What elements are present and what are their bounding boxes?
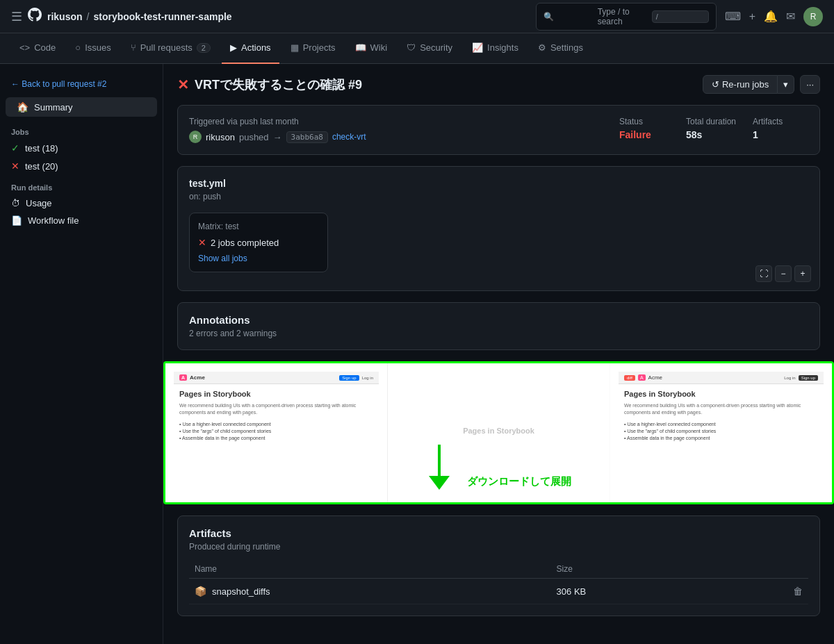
file-icon: 📄 xyxy=(11,215,22,226)
pushed-text: pushed xyxy=(239,132,269,142)
pr-badge: 2 xyxy=(197,43,211,53)
menu-icon[interactable]: ☰ xyxy=(11,9,22,24)
annotations-title: Annotations xyxy=(189,314,808,326)
sb-nav-actions-left: Sign up Log in xyxy=(339,375,373,381)
artifact-name[interactable]: snapshot_diffs xyxy=(212,586,270,597)
diagram-controls: ⛶ − + xyxy=(755,265,811,282)
workflow-diagram: test.yml on: push Matrix: test ✕ 2 jobs … xyxy=(177,166,820,291)
screenshot-container: A Acme Sign up Log in Pages in Storybook… xyxy=(163,361,834,504)
tab-insights[interactable]: 📈 Insights xyxy=(464,33,527,64)
workflow-file-label: Workflow file xyxy=(28,215,79,226)
sidebar-item-usage[interactable]: ⏱ Usage xyxy=(0,195,163,212)
zoom-out-button[interactable]: − xyxy=(775,265,792,282)
workflow-file-name: test.yml xyxy=(189,178,808,189)
artifacts-card: Artifacts Produced during runtime Name S… xyxy=(177,515,820,616)
tab-wiki[interactable]: 📖 Wiki xyxy=(347,33,396,64)
artifact-delete-cell: 🗑 xyxy=(721,579,808,604)
artifacts-count: 1 xyxy=(753,129,808,140)
zoom-in-button[interactable]: + xyxy=(794,265,811,282)
search-bar[interactable]: 🔍 Type / to search / xyxy=(536,3,717,31)
show-all-jobs-link[interactable]: Show all jobs xyxy=(198,254,319,263)
artifact-name-row: 📦 snapshot_diffs xyxy=(195,586,546,597)
workflow-title-row: ✕ VRTで失敗することの確認 #9 xyxy=(177,76,362,93)
info-card: Triggered via push last month R rikuson … xyxy=(177,105,820,155)
wiki-icon: 📖 xyxy=(355,42,366,53)
inbox-icon[interactable]: ✉ xyxy=(786,10,795,23)
sb-title-left: Pages in Storybook xyxy=(179,390,373,398)
green-arrow-svg xyxy=(418,445,460,493)
tab-code[interactable]: <> Code xyxy=(11,33,64,64)
sidebar-item-job1[interactable]: ✓ test (18) xyxy=(0,139,163,157)
rerun-jobs-button[interactable]: ↺ Re-run jobs xyxy=(703,75,778,94)
jobs-count: ✕ 2 jobs completed xyxy=(198,237,319,248)
plus-icon[interactable]: + xyxy=(749,10,755,23)
artifacts-label: Artifacts xyxy=(753,117,808,126)
artifacts-title: Artifacts xyxy=(189,527,808,539)
terminal-icon[interactable]: ⌨ xyxy=(725,10,741,23)
matrix-fail-icon: ✕ xyxy=(198,237,206,248)
storybook-right-panel: diff A Acme Log in Sign up Pages in Stor… xyxy=(610,363,832,502)
search-shortcut: / xyxy=(652,10,709,23)
tab-pull-requests[interactable]: ⑂ Pull requests 2 xyxy=(122,33,219,64)
tab-issues[interactable]: ○ Issues xyxy=(67,33,119,64)
notification-icon[interactable]: 🔔 xyxy=(764,10,778,23)
sb-title-center: Pages in Storybook xyxy=(463,427,534,435)
login-btn-right: Log in xyxy=(784,376,795,380)
top-navigation: ☰ rikuson / storybook-test-runner-sample… xyxy=(0,0,834,33)
delete-artifact-button[interactable]: 🗑 xyxy=(793,586,803,597)
workflow-on: on: push xyxy=(189,192,808,201)
tab-actions[interactable]: ▶ Actions xyxy=(222,33,279,64)
code-icon: <> xyxy=(19,42,30,53)
breadcrumb: rikuson / storybook-test-runner-sample xyxy=(47,11,232,22)
github-logo[interactable] xyxy=(28,8,42,25)
col-name: Name xyxy=(189,560,551,579)
jobs-section-label: Jobs xyxy=(0,122,163,139)
info-card-top: Triggered via push last month R rikuson … xyxy=(189,117,808,143)
sb-content-right: Pages in Storybook We recommend building… xyxy=(619,384,824,446)
breadcrumb-separator: / xyxy=(87,11,90,22)
tab-security[interactable]: 🛡 Security xyxy=(398,33,461,64)
sidebar-summary[interactable]: 🏠 Summary xyxy=(6,97,157,117)
run-details-section-label: Run details xyxy=(0,175,163,195)
tab-settings[interactable]: ⚙ Settings xyxy=(530,33,591,64)
repo-tabs: <> Code ○ Issues ⑂ Pull requests 2 ▶ Act… xyxy=(0,33,834,64)
jobs-count-label: 2 jobs completed xyxy=(211,238,279,248)
acme-icon: A xyxy=(179,374,187,381)
tab-projects[interactable]: ▦ Projects xyxy=(282,33,344,64)
sb-nav-right: diff A Acme Log in Sign up xyxy=(619,372,824,384)
artifact-size-cell: 306 KB xyxy=(551,579,721,604)
main-content: ✕ VRTで失敗することの確認 #9 ↺ Re-run jobs ▾ ··· T… xyxy=(163,64,834,644)
status-stat: Status Failure xyxy=(619,117,675,140)
search-placeholder: Type / to search xyxy=(598,7,646,26)
nav-right: ⌨ + 🔔 ✉ R xyxy=(725,7,823,26)
trigger-info: Triggered via push last month R rikuson … xyxy=(189,117,608,143)
page-title: VRTで失敗することの確認 #9 xyxy=(195,76,362,93)
x-icon: ✕ xyxy=(11,160,19,172)
avatar[interactable]: R xyxy=(803,7,823,26)
branch-link[interactable]: check-vrt xyxy=(332,132,366,142)
sidebar-item-job2[interactable]: ✕ test (20) xyxy=(0,157,163,175)
fullscreen-button[interactable]: ⛶ xyxy=(755,265,772,282)
sidebar: ← Back to pull request #2 🏠 Summary Jobs… xyxy=(0,64,163,644)
breadcrumb-repo[interactable]: storybook-test-runner-sample xyxy=(93,11,231,22)
back-to-pr-link[interactable]: ← Back to pull request #2 xyxy=(0,75,163,97)
sb-nav-actions-right: diff A Acme xyxy=(624,374,662,381)
failure-icon: ✕ xyxy=(177,76,189,93)
nav-left: ☰ rikuson / storybook-test-runner-sample xyxy=(11,8,528,25)
trigger-label: Triggered via push last month xyxy=(189,117,608,126)
more-options-button[interactable]: ··· xyxy=(800,75,820,94)
summary-label: Summary xyxy=(34,102,73,113)
breadcrumb-user[interactable]: rikuson xyxy=(47,11,83,22)
sb-content-left: Pages in Storybook We recommend building… xyxy=(174,384,379,446)
download-hint-label: ダウンロードして展開 xyxy=(467,475,571,488)
status-value: Failure xyxy=(619,129,675,140)
rerun-dropdown-button[interactable]: ▾ xyxy=(778,75,794,94)
annotations-subtitle: 2 errors and 2 warnings xyxy=(189,329,808,338)
sidebar-item-workflow-file[interactable]: 📄 Workflow file xyxy=(0,212,163,229)
acme-label-left: Acme xyxy=(190,374,205,381)
matrix-box: Matrix: test ✕ 2 jobs completed Show all… xyxy=(189,213,328,272)
download-arrow-container xyxy=(418,445,460,495)
sb-nav-btns-right: Log in Sign up xyxy=(784,375,818,381)
sb-title-right: Pages in Storybook xyxy=(624,390,818,398)
job1-label: test (18) xyxy=(25,143,58,154)
